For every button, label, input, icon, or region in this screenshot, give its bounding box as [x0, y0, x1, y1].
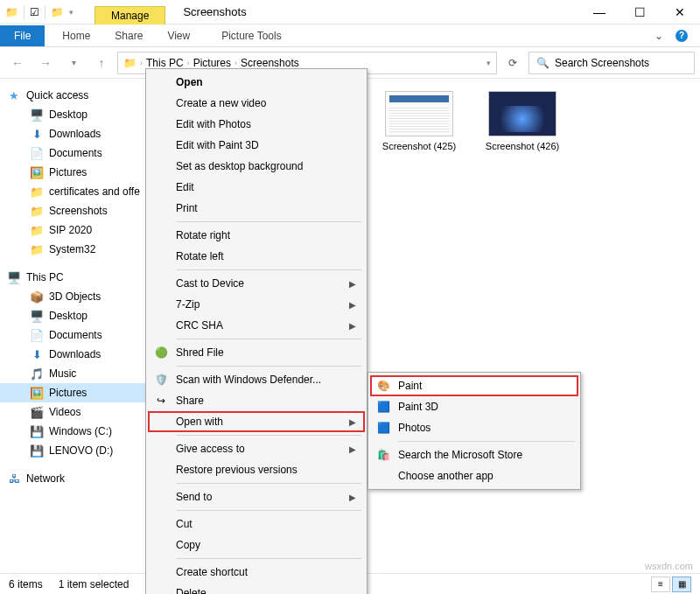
- paint-icon: 🎨: [375, 378, 391, 394]
- back-button[interactable]: ←: [5, 51, 30, 75]
- menu-item-scan-with-windows-defender-[interactable]: 🛡️Scan with Windows Defender...: [148, 369, 365, 390]
- menu-label: Paint: [398, 380, 422, 392]
- menu-item-cast-to-device[interactable]: Cast to Device▶: [148, 273, 365, 294]
- tree-icon: ★: [7, 88, 21, 102]
- file-tab[interactable]: File: [0, 25, 45, 46]
- shield-icon: 🛡️: [153, 372, 169, 388]
- menu-item-choose-another-app[interactable]: Choose another app: [370, 465, 578, 486]
- icons-view-button[interactable]: ▦: [672, 577, 691, 592]
- sidebar-item-system32[interactable]: 📁System32: [0, 240, 162, 259]
- breadcrumb-dropdown-icon[interactable]: ▾: [486, 59, 491, 67]
- menu-label: Create a new video: [176, 97, 266, 109]
- menu-item-share[interactable]: ↪Share: [148, 390, 365, 411]
- folder-icon[interactable]: 📁: [5, 6, 18, 18]
- forward-button[interactable]: →: [33, 51, 58, 75]
- minimize-button[interactable]: —: [579, 0, 620, 24]
- qat-checkbox-icon[interactable]: ☑: [30, 6, 39, 18]
- openwith-submenu[interactable]: 🎨Paint🟦Paint 3D🟦Photos🛍️Search the Micro…: [368, 372, 581, 490]
- breadcrumb-pictures[interactable]: Pictures: [193, 57, 231, 69]
- paint3d-icon: 🟦: [375, 399, 391, 415]
- tree-label: This PC: [26, 271, 64, 283]
- tree-icon: 💾: [30, 424, 44, 438]
- thumbnail[interactable]: Screenshot (425): [378, 91, 460, 152]
- menu-label: Photos: [398, 422, 430, 434]
- sidebar-item-pictures[interactable]: 🖼️Pictures: [0, 163, 162, 182]
- menu-item-rotate-left[interactable]: Rotate left: [148, 246, 365, 267]
- up-button[interactable]: ↑: [89, 51, 114, 75]
- sidebar-item-documents[interactable]: 📄Documents: [0, 143, 162, 163]
- refresh-button[interactable]: ⟳: [500, 51, 525, 75]
- view-tab[interactable]: View: [155, 26, 202, 45]
- menu-label: Copy: [176, 539, 200, 551]
- maximize-button[interactable]: ☐: [620, 0, 660, 24]
- ribbon-expand-icon[interactable]: ⌄: [654, 30, 663, 42]
- menu-label: 7-Zip: [176, 298, 200, 311]
- menu-item-edit-with-photos[interactable]: Edit with Photos: [148, 114, 365, 135]
- breadcrumb-pc[interactable]: This PC: [146, 57, 184, 69]
- sidebar-item-videos[interactable]: 🎬Videos: [0, 402, 162, 422]
- home-tab[interactable]: Home: [50, 26, 102, 45]
- menu-item-create-shortcut[interactable]: Create shortcut: [148, 562, 365, 583]
- menu-item-edit-with-paint-3d[interactable]: Edit with Paint 3D: [148, 135, 365, 156]
- qat-dropdown-icon[interactable]: ▾: [69, 8, 74, 17]
- menu-item-rotate-right[interactable]: Rotate right: [148, 225, 365, 246]
- sidebar-item-downloads[interactable]: ⬇Downloads: [0, 345, 162, 364]
- sidebar-item-lenovo-d-[interactable]: 💾LENOVO (D:): [0, 441, 162, 460]
- sidebar-item-documents[interactable]: 📄Documents: [0, 325, 162, 345]
- tree-icon: 🖥️: [30, 108, 44, 122]
- menu-item-set-as-desktop-background[interactable]: Set as desktop background: [148, 156, 365, 177]
- menu-item-open-with[interactable]: Open with▶: [148, 411, 365, 432]
- share-tab[interactable]: Share: [102, 26, 155, 45]
- details-view-button[interactable]: ≡: [651, 577, 670, 592]
- menu-item-cut[interactable]: Cut: [148, 514, 365, 535]
- menu-item-give-access-to[interactable]: Give access to▶: [148, 438, 365, 459]
- qat-folder-icon[interactable]: 📁: [51, 6, 64, 18]
- menu-item-print[interactable]: Print: [148, 198, 365, 219]
- sidebar-item-downloads[interactable]: ⬇Downloads: [0, 124, 162, 143]
- submenu-arrow-icon: ▶: [349, 321, 356, 331]
- sidebar-item-windows-c-[interactable]: 💾Windows (C:): [0, 422, 162, 441]
- close-button[interactable]: ✕: [660, 0, 700, 24]
- menu-item-shred-file[interactable]: 🟢Shred File: [148, 342, 365, 363]
- tree-icon: 🎵: [30, 367, 44, 381]
- sidebar-item-screenshots[interactable]: 📁Screenshots: [0, 201, 162, 220]
- menu-item-open[interactable]: Open: [148, 72, 365, 93]
- menu-item-search-the-microsoft-store[interactable]: 🛍️Search the Microsoft Store: [370, 444, 578, 465]
- sidebar: ★Quick access🖥️Desktop⬇Downloads📄Documen…: [0, 79, 163, 573]
- sidebar-item-quick-access[interactable]: ★Quick access: [0, 86, 162, 105]
- recent-dropdown-icon[interactable]: ▾: [61, 51, 86, 75]
- tree-label: Downloads: [49, 348, 101, 360]
- sidebar-item-music[interactable]: 🎵Music: [0, 364, 162, 383]
- sidebar-item-desktop[interactable]: 🖥️Desktop: [0, 306, 162, 325]
- menu-item-copy[interactable]: Copy: [148, 535, 365, 556]
- menu-item-delete[interactable]: Delete: [148, 583, 365, 594]
- sidebar-item-desktop[interactable]: 🖥️Desktop: [0, 105, 162, 124]
- menu-item-paint[interactable]: 🎨Paint: [370, 375, 578, 396]
- sidebar-item-3d-objects[interactable]: 📦3D Objects: [0, 287, 162, 306]
- search-input[interactable]: 🔍 Search Screenshots: [528, 52, 695, 74]
- tree-icon: ⬇: [30, 127, 44, 141]
- menu-item-7-zip[interactable]: 7-Zip▶: [148, 294, 365, 315]
- thumbnail[interactable]: Screenshot (426): [481, 91, 564, 152]
- breadcrumb-folder[interactable]: Screenshots: [241, 57, 299, 69]
- menu-item-send-to[interactable]: Send to▶: [148, 486, 365, 507]
- manage-tab[interactable]: Manage: [94, 6, 165, 24]
- menu-item-photos[interactable]: 🟦Photos: [370, 417, 578, 438]
- sidebar-item-pictures[interactable]: 🖼️Pictures: [0, 383, 162, 402]
- menu-item-paint-3d[interactable]: 🟦Paint 3D: [370, 396, 578, 417]
- sidebar-item-this-pc[interactable]: 🖥️This PC: [0, 268, 162, 287]
- sidebar-item-network[interactable]: 🖧Network: [0, 469, 162, 488]
- picture-tools-tab[interactable]: Picture Tools: [209, 26, 293, 45]
- help-icon[interactable]: ?: [676, 30, 688, 42]
- menu-item-create-a-new-video[interactable]: Create a new video: [148, 93, 365, 114]
- window-title: Screenshots: [183, 5, 246, 18]
- menu-item-restore-previous-versions[interactable]: Restore previous versions: [148, 459, 365, 480]
- menu-item-edit[interactable]: Edit: [148, 177, 365, 198]
- sidebar-item-certificates-and-offe[interactable]: 📁certificates and offe: [0, 182, 162, 201]
- menu-label: Open: [176, 76, 203, 88]
- menu-label: Rotate left: [176, 250, 224, 262]
- menu-item-crc-sha[interactable]: CRC SHA▶: [148, 315, 365, 336]
- sidebar-item-sip-2020[interactable]: 📁SIP 2020: [0, 220, 162, 240]
- tree-label: Desktop: [49, 108, 88, 121]
- context-menu[interactable]: OpenCreate a new videoEdit with PhotosEd…: [145, 68, 368, 594]
